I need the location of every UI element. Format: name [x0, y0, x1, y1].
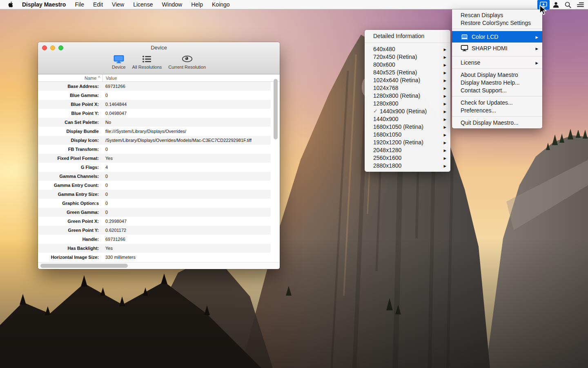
- table-row[interactable]: Base Address:69731266: [38, 82, 271, 91]
- property-value: 330 millimeters: [103, 255, 136, 260]
- menubar-menu-koingo[interactable]: Koingo: [207, 1, 234, 8]
- resolution-item-800x600[interactable]: 800x600▶: [365, 61, 450, 68]
- resolution-item-2560x1600[interactable]: 2560x1600▶: [365, 154, 450, 162]
- resolution-item-640x480[interactable]: 640x480▶: [365, 45, 450, 53]
- resolution-item-1920x1200-retina[interactable]: 1920x1200 (Retina)▶: [365, 138, 450, 146]
- property-name: Blue Point X:: [38, 102, 103, 107]
- table-row[interactable]: Blue Point Y:0.0498047: [38, 109, 271, 118]
- menu-item-detailed-information[interactable]: Detailed Information: [365, 31, 450, 40]
- resolution-item-2880x1800[interactable]: 2880x1800▶: [365, 162, 450, 169]
- menu-item-license[interactable]: License▶: [452, 58, 542, 66]
- menubar-menu-edit[interactable]: Edit: [89, 1, 107, 8]
- resolution-item-720x450-retina[interactable]: 720x450 (Retina)▶: [365, 53, 450, 61]
- resolution-item-588x368[interactable]: 588x368▶: [365, 115, 450, 123]
- resolution-label: 1920x1200 (Retina): [373, 139, 443, 146]
- menubar-menu-help[interactable]: Help: [187, 1, 207, 8]
- table-row[interactable]: Display Bundlefile:///System/Library/Dis…: [38, 127, 271, 136]
- resolution-label: 2560x1600: [373, 155, 443, 161]
- notification-center-icon[interactable]: [574, 0, 586, 9]
- title-bar[interactable]: Device: [38, 42, 280, 53]
- submenu-arrow-icon: ▶: [443, 148, 446, 152]
- resolution-item-2048x1280[interactable]: 2048x1280▶: [365, 146, 450, 154]
- menu-item-display-maestro-help[interactable]: Display Maestro Help...: [452, 79, 542, 86]
- table-row[interactable]: Blue Gamma:0: [38, 91, 271, 100]
- resolution-item-1680x1050[interactable]: 1680x1050▶: [365, 130, 450, 138]
- menu-separator: [452, 96, 542, 96]
- menu-item-label: SHARP HDMI: [472, 45, 535, 52]
- menu-item-label: Display Maestro Help...: [461, 79, 538, 86]
- window-title: Device: [151, 45, 167, 51]
- menu-item-restore-colorsync-settings[interactable]: Restore ColorSync Settings: [452, 19, 542, 27]
- property-value: 0.2998047: [103, 219, 127, 224]
- table-row[interactable]: Green Gamma:0: [38, 208, 271, 217]
- submenu-arrow-icon: ▶: [443, 86, 446, 90]
- table-row[interactable]: Handle:69731266: [38, 235, 271, 244]
- table-row[interactable]: Horizontal Image Size:330 millimeters: [38, 253, 271, 262]
- column-header-value[interactable]: Value: [103, 74, 117, 81]
- menu-item-sharp-hdmi[interactable]: SHARP HDMI▶: [452, 43, 542, 54]
- menu-item-label: Color LCD: [472, 34, 535, 40]
- minimize-button[interactable]: [50, 45, 55, 50]
- toolbar-item-current-resolution[interactable]: Current Resolution: [168, 54, 206, 70]
- window-chrome[interactable]: Device DeviceAll ResolutionsCurrent Reso…: [38, 42, 280, 74]
- menubar-menu-license[interactable]: License: [129, 1, 157, 8]
- spotlight-icon[interactable]: [562, 0, 574, 9]
- table-row[interactable]: Graphic Option:s0: [38, 199, 271, 208]
- menu-item-rescan-displays[interactable]: Rescan Displays: [452, 11, 542, 19]
- close-button[interactable]: [42, 45, 47, 50]
- column-header-name[interactable]: Name ^: [38, 74, 103, 81]
- resolution-item-1280x800-retina[interactable]: 1280x800 (Retina)▶: [365, 92, 450, 99]
- property-value: 0: [103, 183, 108, 188]
- table-row[interactable]: Can Set Palette:No: [38, 118, 271, 127]
- menubar-menu-file[interactable]: File: [70, 1, 89, 8]
- table-row[interactable]: Blue Point X:0.1464844: [38, 100, 271, 109]
- resolution-item-1280x800[interactable]: 1280x800▶: [365, 99, 450, 107]
- apple-menu[interactable]: [4, 0, 18, 9]
- menu-item-label: Contact Support...: [461, 87, 538, 94]
- table-row[interactable]: Gamma Channels:0: [38, 172, 271, 181]
- table-row[interactable]: Has Backlight:Yes: [38, 244, 271, 253]
- property-name: Horizontal Image Size:: [38, 255, 103, 260]
- property-value: 0: [103, 93, 108, 98]
- menu-item-about-display-maestro[interactable]: About Display Maestro: [452, 71, 542, 79]
- menu-item-check-for-updates[interactable]: Check for Updates...: [452, 99, 542, 106]
- resolution-label: 800x600: [373, 61, 443, 68]
- menu-item-color-lcd[interactable]: Color LCD▶: [452, 31, 542, 43]
- zoom-button[interactable]: [58, 45, 63, 50]
- menu-item-contact-support[interactable]: Contact Support...: [452, 86, 542, 94]
- table-row[interactable]: Display Icon:/System/Library/Displays/Ov…: [38, 136, 271, 145]
- submenu-arrow-icon: ▶: [443, 101, 446, 105]
- resolution-item-1024x768[interactable]: 1024x768▶: [365, 84, 450, 92]
- property-name: Green Gamma:: [38, 210, 103, 215]
- menubar-menu-window[interactable]: Window: [157, 1, 187, 8]
- resolution-item-840x525-retina[interactable]: 840x525 (Retina)▶: [365, 68, 450, 76]
- table-row[interactable]: Gamma Entry Count:0: [38, 181, 271, 190]
- vertical-scrollbar[interactable]: [274, 79, 278, 139]
- user-icon[interactable]: [550, 0, 562, 9]
- menu-bar: Display Maestro FileEditViewLicenseWindo…: [0, 0, 588, 9]
- table-row[interactable]: Fixed Pixel Format:Yes: [38, 154, 271, 163]
- resolution-item-588x368-retina[interactable]: ✓588x368 (Retina)▶: [365, 107, 450, 115]
- horizontal-scrollbar-thumb[interactable]: [40, 264, 128, 268]
- app-menu-title[interactable]: Display Maestro: [18, 1, 70, 8]
- horizontal-scrollbar-track[interactable]: [38, 262, 280, 269]
- submenu-arrow-icon: ▶: [443, 70, 446, 74]
- table-row[interactable]: Green Point Y:0.6201172: [38, 226, 271, 235]
- resolution-item-1024x640-retina[interactable]: 1024x640 (Retina)▶: [365, 76, 450, 84]
- toolbar-item-label: All Resolutions: [132, 65, 162, 70]
- table-row[interactable]: FB Transform:0: [38, 145, 271, 154]
- menu-item-preferences[interactable]: Preferences...: [452, 106, 542, 114]
- submenu-arrow-icon: ▶: [443, 63, 446, 67]
- submenu-arrow-icon: ▶: [535, 47, 538, 51]
- menu-item-quit-display-maestro[interactable]: Quit Display Maestro...: [452, 119, 542, 126]
- property-name: FB Transform:: [38, 147, 103, 152]
- toolbar-item-device[interactable]: Device: [112, 54, 126, 70]
- toolbar-item-all-resolutions[interactable]: All Resolutions: [132, 54, 162, 70]
- resolution-item-1680x1050-retina[interactable]: 1680x1050 (Retina)▶: [365, 123, 450, 130]
- table-row[interactable]: Green Point X:0.2998047: [38, 217, 271, 226]
- resolution-label: 640x480: [373, 46, 443, 52]
- menubar-menu-view[interactable]: View: [107, 1, 129, 8]
- table-row[interactable]: Gamma Entry Size:0: [38, 190, 271, 199]
- traffic-lights: [42, 45, 63, 50]
- table-row[interactable]: G Flags:4: [38, 163, 271, 172]
